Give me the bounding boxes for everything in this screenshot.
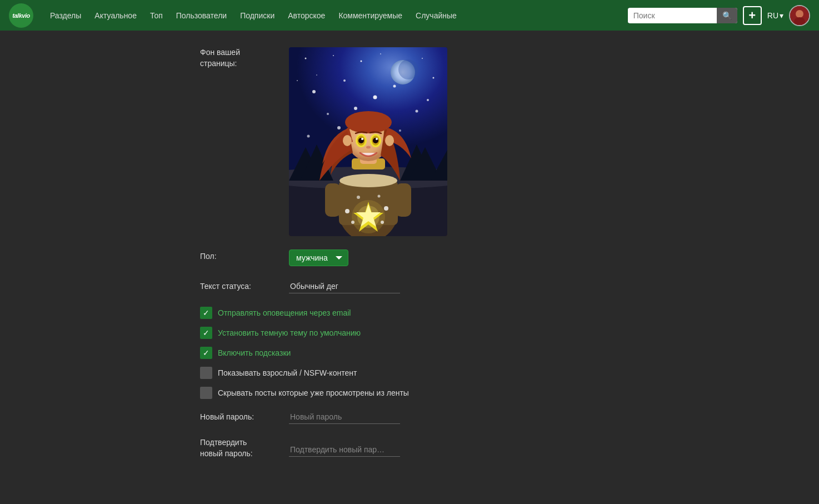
search-container: 🔍 [628, 8, 737, 23]
checkbox-hide-viewed-label: Скрывать посты которые уже просмотрены и… [218, 388, 409, 397]
svg-point-26 [327, 113, 329, 115]
status-input[interactable] [289, 280, 400, 293]
right-sidebar [630, 31, 819, 504]
main-nav: Разделы Актуальное Топ Пользователи Подп… [44, 8, 617, 23]
checkbox-hints: ✓ Включить подсказки [200, 347, 608, 359]
bg-image-svg [289, 47, 447, 236]
status-label: Текст статуса: [200, 280, 289, 291]
svg-rect-52 [325, 183, 341, 217]
avatar-image [790, 6, 809, 25]
svg-point-28 [416, 110, 418, 113]
svg-point-12 [398, 59, 418, 79]
svg-point-50 [343, 135, 352, 146]
svg-point-1 [796, 10, 803, 18]
checkbox-email-label: Отправлять оповещения через email [218, 308, 351, 317]
nav-random[interactable]: Случайные [410, 8, 462, 23]
user-avatar[interactable] [789, 5, 810, 26]
gender-select[interactable]: мужчинаженщинане указан [289, 249, 348, 266]
svg-point-40 [345, 111, 392, 133]
svg-rect-53 [396, 183, 411, 217]
svg-point-18 [433, 77, 435, 79]
bg-label-text: Фон вашейстраницы: [200, 48, 240, 68]
language-selector[interactable]: RU ▾ [767, 11, 783, 20]
svg-point-31 [399, 129, 401, 132]
svg-point-21 [312, 90, 316, 93]
confirm-password-label: Подтвердитьновый пароль: [200, 437, 289, 459]
checkbox-dark-theme: ✓ Установить темную тему по умолчанию [200, 327, 608, 339]
add-post-button[interactable]: + [743, 6, 762, 25]
bg-image-preview[interactable] [289, 47, 447, 236]
main-layout: Фон вашейстраницы: [0, 31, 819, 504]
checkbox-hints-label: Включить подсказки [218, 348, 291, 357]
checkbox-hints-checked[interactable]: ✓ [200, 347, 212, 359]
svg-point-22 [343, 79, 346, 82]
svg-point-24 [393, 85, 396, 88]
svg-point-60 [384, 206, 388, 211]
search-icon: 🔍 [722, 11, 732, 20]
logo[interactable]: talkvio [9, 3, 33, 28]
search-button[interactable]: 🔍 [717, 8, 737, 23]
checkboxes-section: ✓ Отправлять оповещения через email ✓ Ус… [200, 307, 608, 399]
checkbox-hide-viewed: Скрывать посты которые уже просмотрены и… [200, 387, 608, 399]
checkbox-nsfw-unchecked[interactable] [200, 367, 212, 379]
checkbox-nsfw: Показывать взрослый / NSFW-контент [200, 367, 608, 379]
confirm-password-row: Подтвердитьновый пароль: [200, 437, 608, 459]
svg-point-15 [361, 61, 362, 62]
checkbox-email-notifications: ✓ Отправлять оповещения через email [200, 307, 608, 319]
nav-top[interactable]: Топ [144, 8, 168, 23]
checkbox-dark-theme-label: Установить темную тему по умолчанию [218, 328, 361, 337]
checkbox-email-checked[interactable]: ✓ [200, 307, 212, 319]
new-password-row: Новый пароль: [200, 410, 608, 424]
nav-subscriptions[interactable]: Подписки [234, 8, 280, 23]
checkbox-nsfw-label: Показывать взрослый / NSFW-контент [218, 368, 357, 377]
left-sidebar [0, 31, 178, 504]
nav-commented[interactable]: Комментируемые [333, 8, 408, 23]
checkbox-hide-viewed-unchecked[interactable] [200, 387, 212, 399]
svg-point-61 [381, 221, 384, 224]
gender-row: Пол: мужчинаженщинане указан [200, 249, 608, 266]
svg-point-35 [339, 174, 397, 187]
plus-icon: + [748, 8, 756, 23]
svg-point-17 [422, 58, 423, 59]
svg-point-59 [351, 221, 354, 224]
svg-point-58 [345, 209, 349, 213]
nav-sections[interactable]: Разделы [44, 8, 87, 23]
svg-point-48 [376, 138, 378, 140]
new-password-label: Новый пароль: [200, 410, 289, 421]
confirm-password-input[interactable] [289, 443, 400, 457]
new-password-input[interactable] [289, 410, 400, 424]
content-area: Фон вашейстраницы: [178, 31, 630, 504]
logo-text: talkvio [12, 12, 29, 19]
svg-point-62 [357, 196, 360, 199]
svg-point-20 [316, 74, 317, 76]
svg-point-14 [333, 55, 334, 56]
bg-label: Фон вашейстраницы: [200, 47, 289, 69]
nav-authored[interactable]: Авторское [282, 8, 331, 23]
svg-point-51 [385, 135, 394, 146]
svg-point-23 [373, 96, 377, 99]
svg-point-49 [366, 146, 371, 149]
header-right: 🔍 + RU ▾ [628, 5, 810, 26]
checkbox-dark-theme-checked[interactable]: ✓ [200, 327, 212, 339]
gender-label: Пол: [200, 249, 289, 261]
lang-label: RU [767, 11, 778, 20]
svg-point-27 [354, 107, 357, 110]
svg-point-25 [427, 99, 429, 101]
svg-point-47 [361, 138, 363, 140]
svg-point-32 [307, 135, 310, 138]
svg-point-63 [378, 195, 381, 198]
svg-point-16 [380, 53, 381, 54]
chevron-down-icon: ▾ [780, 11, 783, 20]
nav-users[interactable]: Пользователи [171, 8, 232, 23]
search-input[interactable] [628, 8, 717, 23]
status-row: Текст статуса: [200, 280, 608, 293]
header: talkvio Разделы Актуальное Топ Пользоват… [0, 0, 819, 31]
svg-point-30 [337, 126, 341, 129]
nav-actual[interactable]: Актуальное [89, 8, 142, 23]
svg-point-19 [297, 80, 298, 81]
svg-point-13 [305, 58, 307, 59]
bg-image-row: Фон вашейстраницы: [200, 47, 608, 236]
